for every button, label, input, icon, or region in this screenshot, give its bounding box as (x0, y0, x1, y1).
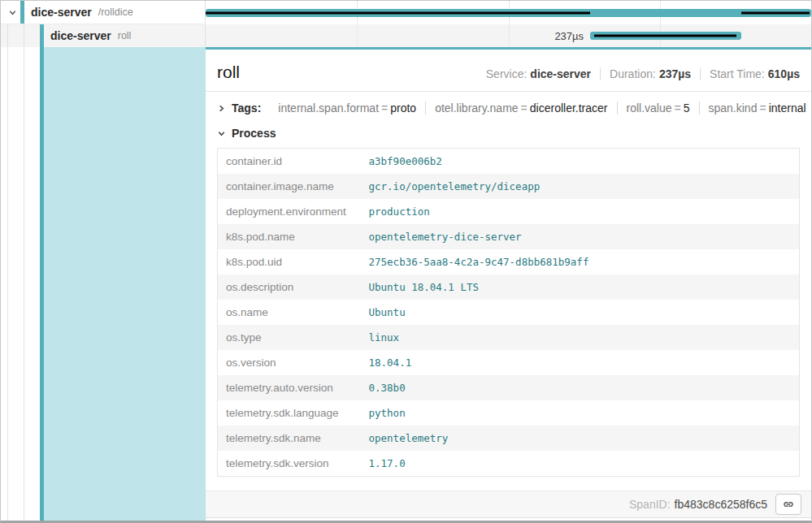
process-field-value: 1.17.0 (361, 451, 800, 477)
span-row-roll[interactable]: dice-server roll 237µs (1, 24, 811, 47)
process-field-key: k8s.pod.name (218, 224, 361, 249)
service-name: dice-server (31, 6, 92, 19)
process-field-key: telemetry.auto.version (218, 375, 361, 400)
process-field-key: os.description (218, 274, 361, 300)
process-field-value: Ubuntu 18.04.1 LTS (361, 274, 800, 300)
selected-span-fill[interactable] (44, 47, 206, 521)
process-field-row: os.nameUbuntu (218, 300, 800, 325)
process-field-value: production (361, 199, 800, 224)
tags-section-label: Tags: (232, 102, 261, 115)
service-name: dice-server (50, 29, 111, 42)
indent-guide (24, 24, 24, 47)
service-color-bar (40, 24, 44, 47)
span-detail-header: roll Service:dice-serverDuration:237µsSt… (206, 50, 811, 92)
process-field-key: container.id (218, 149, 361, 175)
critical-path-segment (741, 11, 810, 14)
process-field-key: deployment.environment (218, 199, 361, 224)
process-field-row: container.ida3bf90e006b2 (218, 149, 800, 175)
header-info-item: Start Time:610µs (701, 67, 800, 80)
process-field-value: a3bf90e006b2 (361, 149, 800, 175)
process-field-value: opentelemetry (361, 426, 800, 451)
chevron-down-icon[interactable] (7, 8, 18, 17)
tag-item: roll.value=5 (618, 102, 700, 115)
process-field-key: telemetry.sdk.language (218, 400, 361, 426)
process-field-key: telemetry.sdk.name (218, 426, 361, 451)
critical-path-segment (206, 11, 590, 14)
timeline-gridline (509, 24, 510, 47)
process-field-row: os.version18.04.1 (218, 350, 800, 375)
process-field-row: telemetry.sdk.nameopentelemetry (218, 426, 800, 451)
spanid-value: fb483c8c6258f6c5 (675, 498, 767, 511)
span-row-names[interactable]: dice-server /rolldice (1, 1, 206, 24)
process-field-key: os.name (218, 300, 361, 325)
process-section-toggle[interactable]: Process (206, 115, 811, 140)
jaeger-trace-detail-page: dice-server /rolldice dice-server roll (0, 0, 812, 523)
process-field-value: opentelemetry-dice-server (361, 224, 800, 249)
span-row-timeline[interactable]: 237µs (206, 24, 811, 47)
process-field-row: os.descriptionUbuntu 18.04.1 LTS (218, 274, 800, 300)
process-field-value: gcr.io/opentelemetry/diceapp (361, 174, 800, 199)
chevron-right-icon[interactable] (217, 104, 226, 113)
operation-name: roll (118, 30, 132, 41)
process-field-key: container.image.name (218, 174, 361, 199)
span-duration-label: 237µs (554, 30, 584, 42)
operation-name: /rolldice (98, 6, 133, 18)
chevron-down-icon[interactable] (217, 129, 226, 138)
span-row-rolldice[interactable]: dice-server /rolldice (1, 1, 811, 24)
indent-guide (24, 47, 24, 521)
process-table: container.ida3bf90e006b2container.image.… (217, 148, 800, 477)
spanid-label: SpanID: (629, 498, 671, 511)
process-field-value: 275ecb36-5aa8-4c2a-9c47-d8bb681b9aff (361, 249, 800, 274)
process-field-key: telemetry.sdk.version (218, 451, 361, 477)
process-field-value: 18.04.1 (361, 350, 800, 375)
tags-list: internal.span.format=protootel.library.n… (269, 102, 812, 115)
tag-item: span.kind=internal (700, 102, 812, 115)
process-field-row: k8s.pod.nameopentelemetry-dice-server (218, 224, 800, 249)
process-field-value: python (361, 400, 800, 426)
indent-guide (7, 24, 8, 47)
process-table-body: container.ida3bf90e006b2container.image.… (218, 149, 800, 477)
process-section-label: Process (232, 127, 276, 140)
process-table-wrap: container.ida3bf90e006b2container.image.… (206, 140, 811, 477)
process-field-row: telemetry.sdk.version1.17.0 (218, 451, 800, 477)
span-detail-row: roll Service:dice-serverDuration:237µsSt… (1, 47, 811, 521)
process-field-key: k8s.pod.uid (218, 249, 361, 274)
process-field-row: k8s.pod.uid275ecb36-5aa8-4c2a-9c47-d8bb6… (218, 249, 800, 274)
tag-item: otel.library.name=diceroller.tracer (426, 102, 617, 115)
process-field-value: linux (361, 325, 800, 350)
header-info-item: Service:dice-server (477, 67, 601, 80)
service-color-bar (20, 1, 24, 24)
critical-path-segment (594, 35, 736, 37)
process-field-value: 0.38b0 (361, 375, 800, 400)
link-icon (782, 498, 795, 511)
span-title: roll (217, 63, 240, 82)
process-field-row: os.typelinux (218, 325, 800, 350)
indent-guide (7, 47, 8, 521)
span-detail-footer: SpanID: fb483c8c6258f6c5 (206, 491, 811, 518)
process-field-key: os.type (218, 325, 361, 350)
tags-section-toggle[interactable]: Tags: internal.span.format=protootel.lib… (206, 92, 811, 115)
process-field-row: telemetry.sdk.languagepython (218, 400, 800, 426)
span-row-timeline[interactable] (206, 1, 811, 24)
process-field-row: container.image.namegcr.io/opentelemetry… (218, 174, 800, 199)
span-header-info: Service:dice-serverDuration:237µsStart T… (477, 67, 800, 80)
span-row-names[interactable]: dice-server roll (1, 24, 206, 47)
trace-timeline: dice-server /rolldice dice-server roll (1, 1, 811, 47)
copy-link-button[interactable] (775, 494, 801, 515)
process-field-key: os.version (218, 350, 361, 375)
process-field-row: telemetry.auto.version0.38b0 (218, 375, 800, 400)
process-field-value: Ubuntu (361, 300, 800, 325)
timeline-gridline (357, 24, 358, 47)
tag-item: internal.span.format=proto (269, 102, 426, 115)
header-info-item: Duration:237µs (601, 67, 701, 80)
process-field-row: deployment.environmentproduction (218, 199, 800, 224)
span-detail-card: roll Service:dice-serverDuration:237µsSt… (206, 47, 811, 518)
